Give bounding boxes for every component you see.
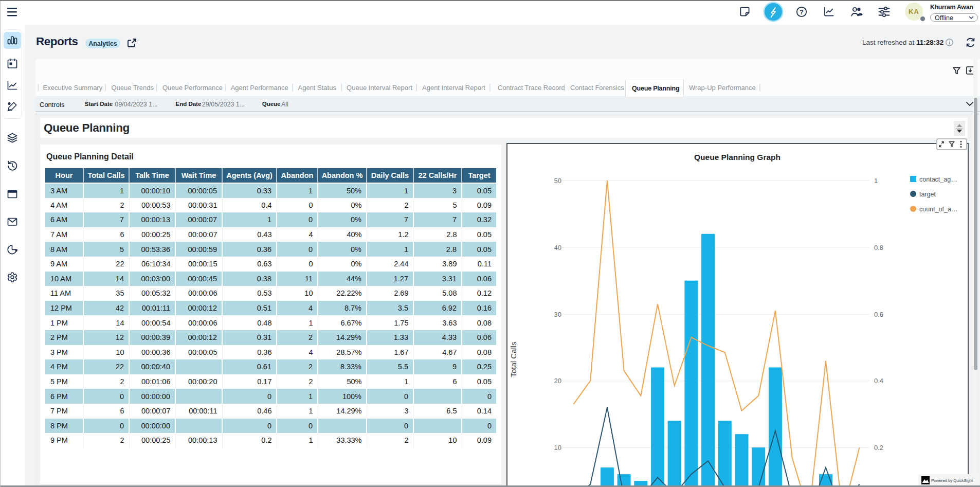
svg-text:contact_ag…: contact_ag…	[919, 176, 957, 183]
svg-text:0.8: 0.8	[874, 244, 883, 251]
svg-text:20: 20	[554, 377, 561, 385]
svg-text:Queue Planning Graph: Queue Planning Graph	[694, 153, 781, 161]
svg-text:Total Calls: Total Calls	[509, 341, 518, 377]
svg-text:0.6: 0.6	[874, 311, 883, 318]
svg-text:40: 40	[554, 244, 561, 251]
svg-text:count_of_a…: count_of_a…	[919, 206, 957, 213]
svg-text:50: 50	[554, 177, 561, 185]
svg-text:target: target	[919, 191, 936, 198]
svg-text:1: 1	[874, 177, 878, 185]
svg-text:10: 10	[554, 444, 561, 452]
svg-text:?: ?	[800, 8, 804, 16]
svg-text:0.4: 0.4	[874, 377, 883, 385]
svg-text:0.2: 0.2	[874, 444, 883, 452]
svg-text:30: 30	[554, 311, 561, 318]
